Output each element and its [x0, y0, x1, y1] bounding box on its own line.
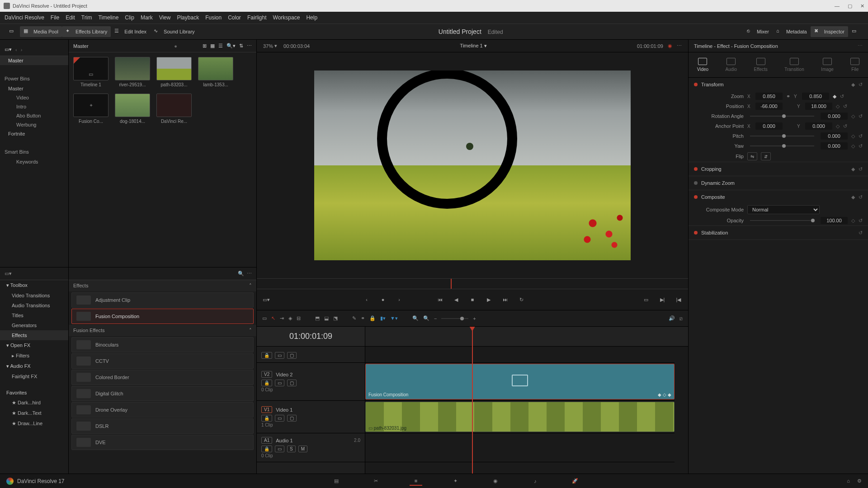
menu-davinci[interactable]: DaVinci Resolve [5, 14, 44, 21]
cropping-label[interactable]: Cropping [701, 166, 722, 172]
media-pool-button[interactable]: ▦Media Pool [20, 26, 62, 37]
v1-dest[interactable]: V1 [261, 406, 272, 413]
expand-button[interactable]: ▭ [848, 26, 863, 37]
position-x-input[interactable] [755, 103, 783, 110]
breadcrumb-master[interactable]: Master [73, 43, 89, 49]
cropping-enable-dot[interactable] [694, 167, 698, 171]
powerbin-video[interactable]: Video [0, 93, 68, 102]
fx-dve[interactable]: DVE [71, 435, 254, 450]
tl-view-icon[interactable]: ▭ [262, 315, 267, 321]
tl-zoom-in-icon[interactable]: + [473, 316, 476, 321]
composite-kf-icon[interactable]: ◆ [851, 194, 855, 200]
fxcat-collapse-2[interactable]: ˄ [249, 328, 252, 333]
fxnav-effects[interactable]: Effects [0, 330, 68, 340]
composite-label[interactable]: Composite [701, 194, 725, 200]
razor-icon[interactable]: ✎ [352, 315, 356, 321]
fxnav-titles[interactable]: Titles [0, 310, 68, 320]
marker-icon[interactable]: ▼▾ [390, 315, 398, 321]
fx-digital-glitch[interactable]: Digital Glitch [71, 386, 254, 401]
goto-start-icon[interactable]: ⏮ [435, 295, 445, 305]
fav-1[interactable]: ★ Dark...hird [0, 398, 68, 408]
position-kf-icon[interactable]: ◇ [836, 103, 840, 109]
powerbin-werbung[interactable]: Werbung [0, 120, 68, 129]
fx-adjustment-clip[interactable]: Adjustment Clip [71, 292, 254, 308]
menu-timeline[interactable]: Timeline [98, 14, 118, 21]
yaw-slider[interactable] [750, 145, 814, 146]
pitch-reset-icon[interactable]: ↺ [859, 133, 863, 139]
thumb-path[interactable]: path-83203... [156, 57, 192, 87]
timeline-name[interactable]: Timeline 1 [460, 43, 482, 48]
timeline-timecode[interactable]: 01:00:01:09 [257, 327, 365, 347]
fxnav-vtrans[interactable]: Video Transitions [0, 291, 68, 300]
v3-enable-icon[interactable]: ▭ [275, 352, 284, 359]
fx-more-icon[interactable]: ⋯ [247, 271, 252, 277]
play-icon[interactable]: ▶ [484, 295, 494, 305]
inspector-tab-video[interactable]: Video [697, 58, 708, 72]
fullscreen-button[interactable]: ▭ [5, 26, 20, 37]
fx-cctv[interactable]: CCTV [71, 353, 254, 369]
in-icon[interactable]: ▶| [657, 295, 667, 305]
inspector-tab-image[interactable]: Image [821, 58, 834, 72]
a1-lock-icon[interactable]: 🔒 [261, 446, 272, 452]
page-cut[interactable]: ✂ [370, 477, 382, 486]
v2-dest[interactable]: V2 [261, 371, 272, 378]
rotation-input[interactable] [821, 113, 848, 120]
bin-fwd[interactable]: › [21, 47, 23, 52]
flip-v-button[interactable]: ⇵ [761, 152, 771, 160]
dynzoom-label[interactable]: Dynamic Zoom [701, 180, 735, 186]
insert-icon[interactable]: ⬒ [315, 315, 320, 321]
inspector-tab-effects[interactable]: Effects [754, 58, 767, 72]
loop-icon[interactable]: ↻ [516, 295, 526, 305]
bin-master[interactable]: Master [0, 56, 68, 65]
transform-reset-icon[interactable]: ↺ [859, 82, 863, 88]
page-media[interactable]: ▤ [330, 477, 343, 486]
overwrite-icon[interactable]: ⬓ [324, 315, 329, 321]
v1-mute-icon[interactable]: ▢ [287, 415, 297, 422]
v1-lock-icon[interactable]: 🔒 [261, 415, 272, 422]
goto-end-icon[interactable]: ⏭ [500, 295, 510, 305]
zoom-reset-icon[interactable]: ↺ [840, 94, 844, 99]
powerbin-master[interactable]: Master [0, 84, 68, 93]
dynzoom-enable-dot[interactable] [694, 181, 698, 185]
rotation-slider[interactable] [750, 116, 814, 117]
thumb-dog[interactable]: dog-18014... [115, 94, 150, 124]
metadata-button[interactable]: ⌂Metadata [773, 26, 811, 37]
zoom-kf-icon[interactable]: ◆ [833, 94, 836, 99]
menu-help[interactable]: Help [306, 14, 317, 21]
sort-icon[interactable]: ⇅ [239, 43, 243, 49]
v1-enable-icon[interactable]: ▭ [275, 415, 284, 422]
rotation-kf-icon[interactable]: ◇ [851, 113, 855, 119]
zoom-x-input[interactable] [755, 93, 783, 100]
viewer-zoom[interactable]: 37% [263, 43, 273, 49]
clip-keyframes-icon[interactable]: ◆ ◇ ◆ [658, 392, 671, 397]
menu-fusion[interactable]: Fusion [205, 14, 222, 21]
menu-view[interactable]: View [159, 14, 171, 21]
v3-lock-icon[interactable]: 🔒 [261, 352, 272, 359]
bin-back[interactable]: ‹ [15, 47, 17, 52]
stab-enable-dot[interactable] [694, 231, 698, 235]
view-thumb-icon[interactable]: ▦ [210, 43, 215, 49]
viewer-mode-icon[interactable]: ▭▾ [261, 295, 271, 305]
view-metadata-icon[interactable]: ⊞ [203, 43, 207, 49]
powerbin-fortnite[interactable]: Fortnite [0, 129, 68, 138]
menu-workspace[interactable]: Workspace [273, 14, 300, 21]
anchor-kf-icon[interactable]: ◇ [836, 123, 840, 129]
fx-search-icon[interactable]: 🔍 [238, 271, 244, 277]
viewer-more-icon[interactable]: ⋯ [677, 43, 682, 49]
composite-reset-icon[interactable]: ↺ [859, 194, 863, 200]
page-fusion[interactable]: ✦ [449, 477, 462, 486]
yaw-reset-icon[interactable]: ↺ [859, 143, 863, 149]
opacity-slider[interactable] [750, 220, 814, 221]
fav-2[interactable]: ★ Dark...Text [0, 408, 68, 418]
blade-tool-icon[interactable]: ⊟ [297, 315, 301, 321]
tl-custom-icon[interactable]: ⎚ [679, 316, 683, 321]
home-icon[interactable]: ⌂ [847, 478, 850, 484]
transform-kf-icon[interactable]: ◆ [851, 82, 855, 88]
menu-file[interactable]: File [51, 14, 59, 21]
stab-reset-icon[interactable]: ↺ [859, 230, 863, 236]
settings-icon[interactable]: ⚙ [857, 478, 862, 484]
zoom-y-input[interactable] [802, 93, 829, 100]
a1-enable-icon[interactable]: ▭ [275, 446, 284, 452]
a1-dest[interactable]: A1 [261, 437, 272, 444]
tl-audio-icon[interactable]: 🔊 [669, 315, 675, 321]
